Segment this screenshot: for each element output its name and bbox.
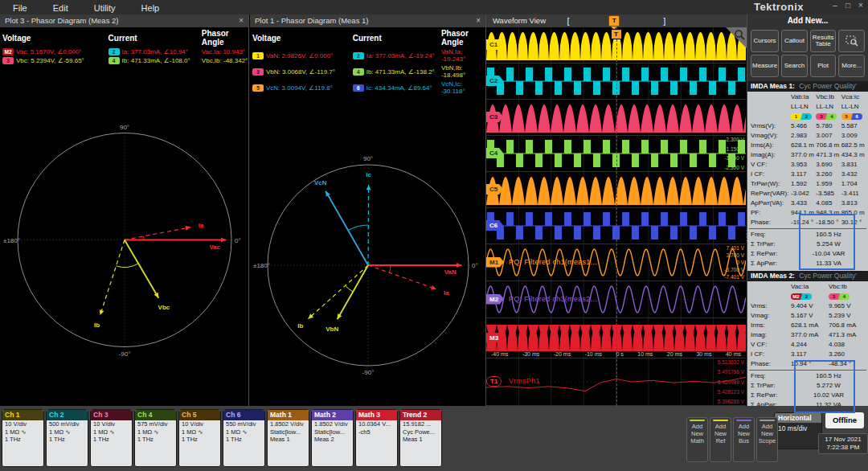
add-new-math-button[interactable]: AddNewMath [686, 417, 708, 462]
channel-badge-math1[interactable]: Math 11.8502 V/divStatic[low...Meas 1 [267, 409, 309, 467]
results-table-button[interactable]: Results Table [810, 30, 837, 52]
zoom-corner-button[interactable] [726, 27, 747, 48]
horizontal-panel[interactable]: Horizontal 10 ms/div [774, 412, 822, 449]
time-text: 7:22:38 PM [819, 444, 867, 452]
meas-value: -18.50 ° [816, 218, 841, 227]
channel-badge-header: Ch 1 [2, 410, 43, 420]
svg-text:0°: 0° [472, 262, 478, 269]
meas2-results-table[interactable]: Vac:IaVbc:IbM2234Vrms:9.404 V9.965 VVmag… [747, 281, 868, 412]
right-sidebar: Add New... CursorsCalloutResults TableMe… [747, 14, 868, 406]
channel-badge-ch2[interactable]: Ch 2500 mV/div1 MΩ ∿1 THz [46, 409, 88, 467]
offline-button[interactable]: Offline [825, 412, 864, 428]
readout-header-row: VoltageCurrentPhasor Angle [2, 28, 248, 47]
horizontal-scale-value: 10 ms/div [775, 423, 821, 434]
channel-badge-ch6[interactable]: Ch 6550 mV/div1 MΩ ∿1 THz [223, 409, 265, 467]
channel-badge-trend2[interactable]: Trend 215.9182 ...Cyc Powe...Meas 1 [399, 409, 442, 467]
trigger-marker-icon[interactable]: T [608, 15, 620, 27]
minimize-button[interactable]: – [829, 1, 841, 10]
scale-label: 3.700 V [724, 252, 744, 258]
trigger-position-line [616, 27, 617, 406]
scale-label: 1.150 V [724, 146, 744, 152]
current-cell: 4Ib: 471.33mA, ∠-138.2° [353, 68, 441, 76]
source-badge: 5 [252, 84, 264, 92]
meas-summary-label: Σ TrPwr: [749, 381, 791, 391]
plot-titlebar[interactable]: Plot 3 - Phasor Diagram (Meas 2)× [0, 14, 248, 27]
channel-badge-line: 1 MΩ ∿ [135, 428, 176, 436]
meas-summary-label: Freq: [749, 230, 791, 240]
channel-badge-ch3[interactable]: Ch 310 V/div1 MΩ ∿1 THz [90, 409, 133, 467]
channel-badge-ch1[interactable]: Ch 110 V/div1 MΩ ∿1 THz [2, 409, 44, 467]
channel-badge-line: 575 mV/div [135, 420, 176, 428]
meas-value: 377.0 m [791, 150, 816, 160]
time-axis-tick: 20 ms [667, 351, 682, 357]
waveform-view-panel[interactable]: Waveform View [ ] T T C1C2C3C42.300 V1.1… [486, 14, 747, 406]
source-pair-badge: 12 [791, 113, 812, 120]
phasor-angle-value: Vac,Ia: 10.943° [202, 48, 248, 55]
scale-label: 2.300 V [724, 137, 744, 142]
more--button[interactable]: More... [838, 55, 865, 77]
zoom-tool-button[interactable] [838, 30, 865, 52]
channel-badge-line: 1 THz [135, 436, 176, 444]
restore-button[interactable]: □ [842, 1, 854, 10]
cursors-button[interactable]: Cursors [751, 30, 779, 52]
zoom-bracket-left[interactable]: [ [567, 14, 569, 27]
channel-badge-ch4[interactable]: Ch 4575 mV/div1 MΩ ∿1 THz [134, 409, 177, 467]
phasor-readout-table: VoltageCurrentPhasor AngleM2Vac: 5.1670V… [0, 27, 248, 67]
plot-titlebar[interactable]: Plot 1 - Phasor Diagram (Meas 1)× [250, 14, 485, 27]
channel-badge-ch5[interactable]: Ch 510 V/div1 MΩ ∿1 THz [178, 409, 221, 467]
menu-bar: FileEditUtilityHelp Tektronix – □ × [0, 0, 868, 15]
channel-tag-t1[interactable]: T1 [486, 376, 502, 387]
menu-item-edit[interactable]: Edit [40, 2, 81, 13]
meas-badge-cell: 34 [829, 292, 866, 301]
voltage-value: Vbc: 5.2394V, ∠-59.65° [16, 57, 84, 64]
plot-close-icon[interactable]: × [476, 14, 481, 27]
meas-row: Irms(A):628.1 m706.8 m682.5 m [749, 141, 866, 150]
measure-button[interactable]: Measure [751, 55, 779, 77]
phasor-diagram[interactable]: 90°-90°0°±180°VacIaVbcIb [0, 67, 248, 410]
callout-button[interactable]: Callout [781, 30, 808, 52]
menu-item-utility[interactable]: Utility [81, 2, 129, 13]
search-button[interactable]: Search [781, 55, 808, 77]
zoom-bracket-right[interactable]: ] [663, 14, 665, 27]
svg-text:-90°: -90° [362, 369, 375, 376]
add-new-scope-button[interactable]: AddNewScope [756, 417, 778, 462]
channel-badge-header: Math 2 [312, 410, 353, 420]
meas-row-label: Irms: [749, 321, 791, 330]
channel-badge-math2[interactable]: Math 21.8502 V/divStatic[low...Meas 2 [311, 409, 354, 467]
add-new-ref-button[interactable]: AddNewRef [710, 417, 731, 462]
meas-value: 4.085 [816, 199, 841, 208]
meas-value: 4.038 [829, 340, 866, 350]
panel-divider-handle[interactable]: ⋮⋮ [743, 231, 751, 240]
readout-row: 1VaN: 2.9826V, ∠0.000°2Ia: 377.03mA, ∠-1… [252, 47, 485, 63]
readout-row: 5VcN: 3.0094V, ∠119.8°6Ic: 434.34mA, ∠89… [252, 80, 485, 96]
meas-row: Vmag:5.167 V5.239 V [749, 311, 866, 321]
channel-badge-header: Math 1 [268, 410, 309, 420]
meas1-header[interactable]: IMDA Meas 1: Cyc Power Quality' [747, 81, 868, 92]
plot-close-icon[interactable]: × [239, 14, 244, 27]
source-badge: M2 [2, 48, 14, 55]
meas-value: 9.404 V [791, 301, 829, 311]
trace-annotation: VrmsPh1 [509, 377, 540, 385]
trigger-indicator-icon[interactable]: T [611, 29, 622, 39]
source-pair-badge: 56 [841, 113, 862, 120]
meas-badge-cell: 56 [841, 112, 866, 121]
close-button[interactable]: × [855, 1, 866, 10]
plot-button[interactable]: Plot [810, 55, 837, 77]
meas2-header[interactable]: IMDA Meas 2: Cyc Power Quality' [747, 271, 868, 281]
menu-item-file[interactable]: File [0, 2, 40, 13]
add-new-bus-button[interactable]: AddNewBus [733, 417, 755, 462]
phasor-diagram[interactable]: 90°-90°0°±180°VaNIaVbNIbVcNIc [250, 97, 485, 430]
current-col-header: Current [108, 29, 202, 47]
waveform-bands[interactable]: T C1C2C3C42.300 V1.150 V-1.150 V-2.300 V… [486, 27, 746, 406]
meas-col-header: Vac:Ia [791, 282, 829, 292]
menu-items: FileEditUtilityHelp [0, 0, 172, 14]
meas-value: -3.411 [841, 189, 866, 199]
time-axis-tick: -30 ms [522, 351, 539, 357]
meas1-results-table[interactable]: Vab:IaVbc:IbVca:IcLL-LNLL-LNLL-LN123456V… [747, 92, 868, 271]
meas-row: Irms:628.1 mA706.8 mA [749, 321, 866, 330]
meas-row-label: V CF: [749, 160, 791, 170]
meas-col-subheaders: LL-LNLL-LNLL-LN [749, 102, 866, 112]
menu-item-help[interactable]: Help [129, 2, 173, 13]
voltage-value: VaN: 2.9826V, ∠0.000° [266, 52, 333, 59]
channel-badge-math3[interactable]: Math 310.0364 V...-ch5 [355, 409, 398, 467]
